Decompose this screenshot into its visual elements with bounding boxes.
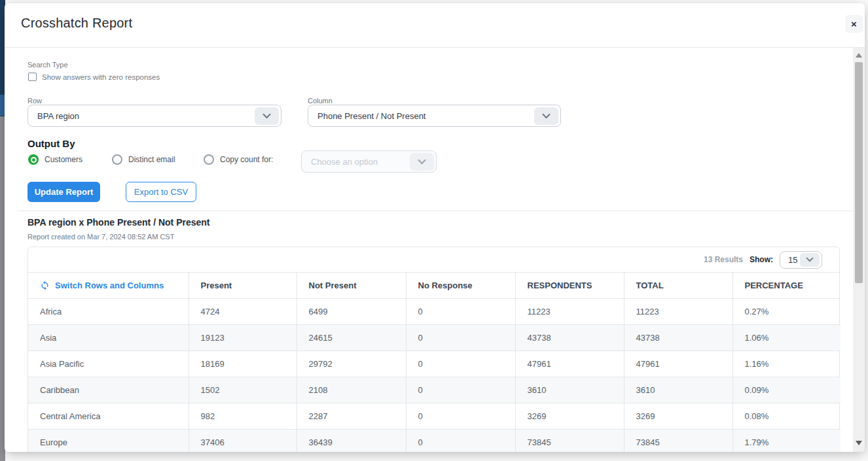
radio-selected-icon xyxy=(28,154,39,165)
region-cell: Asia xyxy=(28,325,189,351)
export-csv-button[interactable]: Export to CSV xyxy=(126,182,196,202)
not-present-cell: 2287 xyxy=(297,403,406,430)
switch-rows-columns-link[interactable]: Switch Rows and Columns xyxy=(40,281,182,290)
respondents-cell: 73845 xyxy=(515,430,624,452)
scrollbar-thumb[interactable] xyxy=(855,62,863,283)
scroll-up-icon[interactable] xyxy=(856,53,862,58)
radio-distinct-email[interactable]: Distinct email xyxy=(112,154,175,165)
zero-responses-label: Show answers with zero responses xyxy=(42,73,160,81)
switch-rows-columns-label: Switch Rows and Columns xyxy=(55,281,164,290)
radio-copy-count-label: Copy count for: xyxy=(220,155,273,164)
report-created-text: Report created on Mar 7, 2024 08:52 AM C… xyxy=(27,233,174,241)
copy-count-select-placeholder: Choose an option xyxy=(311,157,378,167)
close-icon[interactable]: × xyxy=(845,15,863,33)
chevron-down-icon xyxy=(534,107,558,125)
section-divider xyxy=(18,211,865,211)
region-cell: Europe xyxy=(28,430,189,452)
modal-title: Crosshatch Report xyxy=(21,16,132,31)
col-header-present: Present xyxy=(189,273,297,299)
column-select-value: Phone Present / Not Present xyxy=(317,111,425,121)
present-cell: 4724 xyxy=(189,299,297,325)
chevron-down-icon xyxy=(410,153,434,171)
region-cell: Central America xyxy=(28,403,189,430)
column-label: Column xyxy=(308,97,333,105)
total-cell: 73845 xyxy=(624,430,732,452)
no-response-cell: 0 xyxy=(406,325,515,351)
results-bar: 13 Results Show: 15 xyxy=(28,247,839,272)
percentage-cell: 1.06% xyxy=(732,325,841,351)
chevron-down-icon xyxy=(800,253,820,267)
column-select[interactable]: Phone Present / Not Present xyxy=(308,105,561,127)
region-cell: Asia Pacific xyxy=(28,351,189,377)
not-present-cell: 6499 xyxy=(297,299,406,325)
no-response-cell: 0 xyxy=(406,351,515,377)
show-label: Show: xyxy=(750,255,773,264)
report-title: BPA region x Phone Present / Not Present xyxy=(27,217,210,228)
present-cell: 37406 xyxy=(189,430,297,452)
row-select-value: BPA region xyxy=(37,111,79,121)
copy-count-select[interactable]: Choose an option xyxy=(301,150,437,173)
radio-customers[interactable]: Customers xyxy=(28,154,82,165)
switch-rows-columns-cell: Switch Rows and Columns xyxy=(28,273,189,299)
respondents-cell: 47961 xyxy=(515,351,624,377)
no-response-cell: 0 xyxy=(406,403,515,430)
zero-responses-checkbox-row[interactable]: Show answers with zero responses xyxy=(28,73,160,81)
no-response-cell: 0 xyxy=(406,377,515,403)
respondents-cell: 3610 xyxy=(515,377,624,403)
not-present-cell: 24615 xyxy=(297,325,406,351)
table-row: Asia 19123 24615 0 43738 43738 1.06% xyxy=(28,325,841,351)
present-cell: 982 xyxy=(189,403,297,430)
crosshatch-report-modal: Crosshatch Report × Search Type Show ans… xyxy=(5,3,865,452)
row-select[interactable]: BPA region xyxy=(27,105,281,127)
page-size-value: 15 xyxy=(788,255,797,265)
col-header-no-response: No Response xyxy=(406,273,515,299)
results-count: 13 Results xyxy=(704,255,743,264)
percentage-cell: 0.08% xyxy=(732,403,841,430)
percentage-cell: 0.27% xyxy=(732,299,841,325)
scroll-down-icon[interactable] xyxy=(856,441,862,445)
respondents-cell: 11223 xyxy=(515,299,624,325)
output-by-label: Output By xyxy=(27,138,75,149)
table-row: Central America 982 2287 0 3269 3269 0.0… xyxy=(28,403,841,430)
col-header-total: TOTAL xyxy=(624,273,732,299)
respondents-cell: 43738 xyxy=(515,325,624,351)
region-cell: Caribbean xyxy=(28,377,189,403)
modal-scrollbar[interactable] xyxy=(853,48,865,452)
col-header-not-present: Not Present xyxy=(297,273,406,299)
table-row: Europe 37406 36439 0 73845 73845 1.79% xyxy=(28,430,841,452)
percentage-cell: 1.16% xyxy=(732,351,841,377)
table-row: Asia Pacific 18169 29792 0 47961 47961 1… xyxy=(28,351,841,377)
table-row: Africa 4724 6499 0 11223 11223 0.27% xyxy=(28,299,841,325)
update-report-button[interactable]: Update Report xyxy=(27,182,100,202)
percentage-cell: 0.09% xyxy=(732,377,841,403)
total-cell: 43738 xyxy=(624,325,732,351)
crosshatch-table: Switch Rows and Columns Present Not Pres… xyxy=(28,272,841,452)
no-response-cell: 0 xyxy=(406,299,515,325)
zero-responses-checkbox[interactable] xyxy=(28,73,37,81)
radio-unselected-icon xyxy=(204,154,214,165)
total-cell: 47961 xyxy=(624,351,732,377)
total-cell: 3610 xyxy=(624,377,732,403)
present-cell: 19123 xyxy=(189,325,297,351)
region-cell: Africa xyxy=(28,299,189,325)
page-size-select[interactable]: 15 xyxy=(780,251,822,269)
col-header-percentage: PERCENTAGE xyxy=(732,273,841,299)
radio-copy-count[interactable]: Copy count for: xyxy=(204,154,273,165)
search-type-label: Search Type xyxy=(27,61,68,69)
radio-distinct-email-label: Distinct email xyxy=(128,155,175,164)
not-present-cell: 29792 xyxy=(297,351,406,377)
total-cell: 11223 xyxy=(624,299,732,325)
row-label: Row xyxy=(27,97,42,105)
not-present-cell: 2108 xyxy=(297,377,406,403)
chevron-down-icon xyxy=(255,107,279,125)
report-table-card: 13 Results Show: 15 Switch Rows and Colu xyxy=(27,247,840,452)
present-cell: 1502 xyxy=(189,377,297,403)
present-cell: 18169 xyxy=(189,351,297,377)
percentage-cell: 1.79% xyxy=(732,430,841,452)
table-header-row: Switch Rows and Columns Present Not Pres… xyxy=(28,273,841,299)
respondents-cell: 3269 xyxy=(515,403,624,430)
no-response-cell: 0 xyxy=(406,430,515,452)
radio-unselected-icon xyxy=(112,154,122,165)
radio-customers-label: Customers xyxy=(45,155,82,164)
total-cell: 3269 xyxy=(624,403,732,430)
